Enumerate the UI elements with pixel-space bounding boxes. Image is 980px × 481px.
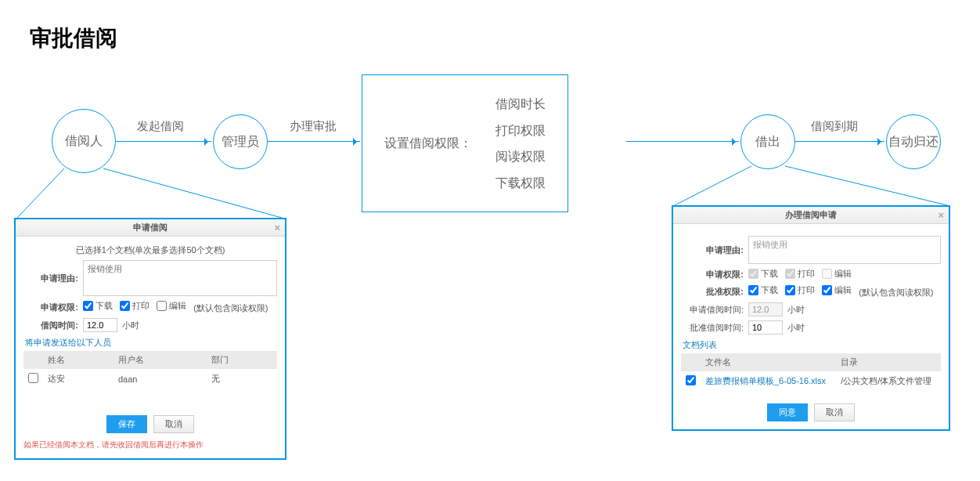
table-row[interactable]: 差旅费报销单模板_6-05-16.xlsx /公共文档/体系文件管理	[681, 371, 941, 391]
svg-line-0	[17, 168, 64, 218]
dlg1-perm-hint: (默认包含阅读权限)	[193, 303, 268, 313]
dlg2-reason-input: 报销使用	[748, 236, 941, 264]
dlg2-applytime-label: 申请借阅时间:	[681, 304, 748, 316]
perm-opt-read: 阅读权限	[495, 143, 546, 170]
page-title: 审批借阅	[30, 24, 117, 53]
dlg2-row-file[interactable]: 差旅费报销单模板_6-05-16.xlsx	[701, 371, 836, 391]
dlg2-approvetime-unit: 小时	[787, 322, 805, 334]
dlg1-perm-label: 申请权限:	[23, 302, 83, 313]
svg-line-2	[675, 166, 751, 205]
dlg2-approve-cb-download[interactable]	[748, 285, 758, 295]
dlg2-approve-cb-print[interactable]	[785, 285, 795, 295]
perm-opt-download: 下载权限	[495, 170, 546, 197]
dlg2-approvetime-input[interactable]	[748, 320, 783, 335]
arrow-rect-to-lend	[626, 141, 739, 142]
dialog-handle-borrow: 办理借阅申请 × 申请理由: 报销使用 申请权限: 下载 打印 编辑 批准权限:…	[672, 205, 950, 431]
node-lendout: 借出	[740, 114, 795, 169]
close-icon[interactable]: ×	[274, 222, 280, 233]
dlg2-approve-cb-print-label: 打印	[798, 284, 815, 296]
dlg2-approve-hint: (默认包含阅读权限)	[859, 288, 933, 297]
dlg2-approvetime-label: 批准借阅时间:	[681, 322, 748, 334]
cancel-button[interactable]: 取消	[153, 415, 194, 433]
dlg2-apply-cb-print-label: 打印	[798, 268, 815, 280]
perm-opt-print: 打印权限	[495, 118, 546, 144]
dlg1-reason-label: 申请理由:	[23, 273, 83, 284]
dlg2-title: 办理借阅申请	[785, 209, 837, 221]
dlg1-cb-download[interactable]	[83, 301, 93, 311]
dlg2-col-dir: 目录	[836, 353, 941, 371]
dlg1-titlebar: 申请借阅 ×	[16, 219, 285, 237]
dlg2-applytime-input	[748, 302, 783, 316]
dlg2-reason-label: 申请理由:	[681, 244, 748, 256]
dlg2-applyperm-label: 申请权限:	[681, 269, 748, 280]
node-admin: 管理员	[213, 114, 268, 169]
dlg1-warning: 如果已经借阅本文档，请先收回借阅后再进行本操作	[23, 439, 277, 450]
dlg1-sendto-title: 将申请发送给以下人员	[25, 337, 277, 349]
dlg1-cb-download-label: 下载	[95, 300, 113, 312]
node-borrower: 借阅人	[52, 109, 116, 173]
dlg1-cb-print[interactable]	[120, 301, 130, 311]
arrow-b	[268, 141, 360, 142]
dlg2-approveperm-label: 批准权限:	[681, 286, 748, 298]
node-admin-label: 管理员	[222, 134, 259, 150]
arrow-a	[116, 141, 211, 142]
dlg1-row-cb[interactable]	[28, 373, 38, 383]
dlg2-doclist-title: 文档列表	[683, 339, 941, 351]
save-button[interactable]: 保存	[106, 415, 147, 433]
dlg2-row-dir: /公共文档/体系文件管理	[836, 371, 941, 391]
dlg1-col-user: 用户名	[113, 351, 207, 369]
arrow-a-label: 发起借阅	[137, 119, 184, 134]
dlg1-col-name: 姓名	[43, 351, 113, 369]
cancel-button[interactable]: 取消	[814, 403, 855, 421]
dlg2-apply-cb-edit-label: 编辑	[834, 268, 852, 280]
perm-opt-duration: 借阅时长	[495, 91, 546, 118]
close-icon[interactable]: ×	[938, 209, 944, 221]
dlg2-row-cb[interactable]	[686, 375, 696, 385]
perm-box-label: 设置借阅权限：	[384, 136, 472, 152]
table-row[interactable]: 达安 daan 无	[23, 369, 277, 389]
dlg1-time-input[interactable]	[83, 318, 117, 332]
agree-button[interactable]: 同意	[767, 403, 808, 421]
dlg2-apply-cb-print	[785, 269, 795, 279]
arrow-c-label: 借阅到期	[811, 119, 858, 134]
dlg1-time-label: 借阅时间:	[23, 320, 83, 331]
perm-options: 借阅时长 打印权限 阅读权限 下载权限	[495, 91, 546, 196]
dlg1-title: 申请借阅	[133, 222, 168, 233]
dlg2-apply-cb-edit	[822, 269, 832, 279]
dlg2-col-file: 文件名	[701, 353, 836, 371]
dlg1-cb-print-label: 打印	[132, 300, 150, 312]
node-borrower-label: 借阅人	[65, 133, 103, 150]
dlg2-apply-cb-download-label: 下载	[761, 268, 778, 280]
dlg2-titlebar: 办理借阅申请 ×	[673, 207, 949, 224]
svg-line-3	[785, 166, 947, 205]
arrow-c	[795, 141, 885, 142]
dlg1-cb-edit-label: 编辑	[169, 300, 186, 312]
dlg1-row-user: daan	[113, 369, 207, 389]
dialog-apply-borrow: 申请借阅 × 已选择1个文档(单次最多选择50个文档) 申请理由: 申请权限: …	[14, 218, 286, 460]
dlg2-applytime-unit: 小时	[787, 304, 805, 316]
node-autoreturn-label: 自动归还	[888, 134, 939, 150]
dlg1-time-unit: 小时	[122, 320, 139, 331]
dlg1-table: 姓名 用户名 部门 达安 daan 无	[23, 351, 277, 389]
svg-line-1	[103, 168, 282, 218]
dlg1-col-dept: 部门	[207, 351, 277, 369]
dlg2-approve-cb-download-label: 下载	[761, 284, 778, 296]
dlg1-row-dept: 无	[207, 369, 277, 389]
dlg1-cb-edit[interactable]	[157, 301, 167, 311]
dlg2-approve-cb-edit[interactable]	[822, 285, 832, 295]
arrow-b-label: 办理审批	[290, 119, 337, 134]
dlg2-apply-cb-download	[748, 269, 758, 279]
node-autoreturn: 自动归还	[886, 114, 941, 169]
dlg1-row-name: 达安	[43, 369, 113, 389]
dlg1-reason-input[interactable]	[83, 260, 277, 296]
dlg1-selected-info: 已选择1个文档(单次最多选择50个文档)	[23, 244, 277, 256]
dlg2-approve-cb-edit-label: 编辑	[834, 284, 852, 296]
node-lendout-label: 借出	[755, 134, 780, 150]
node-permission-box: 设置借阅权限： 借阅时长 打印权限 阅读权限 下载权限	[362, 74, 568, 212]
dlg2-table: 文件名 目录 差旅费报销单模板_6-05-16.xlsx /公共文档/体系文件管…	[681, 353, 941, 391]
